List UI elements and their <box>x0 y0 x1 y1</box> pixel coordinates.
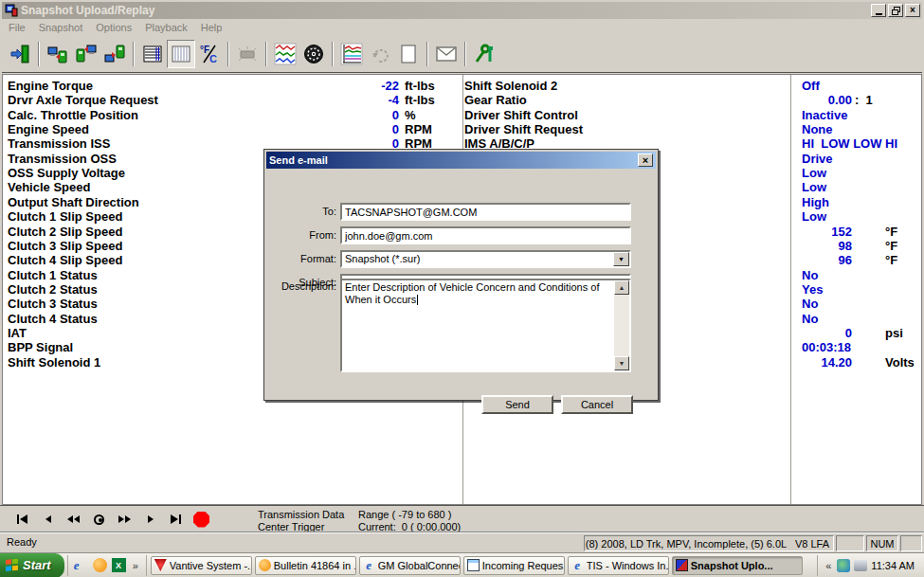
data-row: Calc. Throttle Position0%Driver Shift Co… <box>3 108 921 122</box>
param-name: Engine Speed <box>8 122 89 136</box>
send-button[interactable]: Send <box>481 395 553 414</box>
module-download-icon[interactable] <box>100 40 129 68</box>
hardware-tray-icon[interactable] <box>854 560 867 571</box>
chevron-down-icon[interactable]: ▼ <box>613 252 629 266</box>
task-label: TIS - Windows In... <box>587 560 668 571</box>
setup-tools-icon[interactable] <box>470 40 498 68</box>
taskbar-task[interactable]: Snapshot Uplo... <box>672 556 803 575</box>
network-tray-icon[interactable] <box>837 559 850 572</box>
app-icon <box>5 4 18 17</box>
param-value: 152 <box>797 225 852 239</box>
task-label: Incoming Reques... <box>482 560 564 571</box>
menu-snapshot[interactable]: Snapshot <box>32 20 89 35</box>
center-trigger-button[interactable] <box>86 510 112 529</box>
restore-button[interactable] <box>888 4 903 17</box>
param-value: Drive <box>802 152 833 166</box>
playback-controls <box>9 506 214 532</box>
taskbar-tasks: Vantive System -...Bulletin 41864 in ...… <box>147 556 817 575</box>
exit-icon[interactable] <box>6 40 34 68</box>
num-lock-panel: NUM <box>866 535 898 551</box>
step-back-button[interactable] <box>35 510 61 529</box>
column-view-icon[interactable] <box>167 40 195 68</box>
param-name: Transmission ISS <box>8 136 110 151</box>
spreadsheet-icon[interactable] <box>112 558 126 572</box>
upload-snapshot-icon[interactable] <box>44 40 72 68</box>
status-bar: Ready (8) 2008, LD Trk, MPV, Incomplete,… <box>0 532 924 552</box>
menu-file[interactable]: File <box>2 20 32 35</box>
blank-page-icon[interactable] <box>394 40 423 68</box>
range-info: Range ( -79 to 680 )Current: 0 ( 0:00.00… <box>358 509 461 533</box>
param-name: Clutch 2 Status <box>8 282 98 297</box>
format-select[interactable]: Snapshot (*.sur) ▼ <box>340 250 631 268</box>
rewind-button[interactable] <box>61 510 86 529</box>
row-view-icon[interactable] <box>138 40 167 68</box>
param-name: BPP Signal <box>8 340 73 354</box>
to-input[interactable] <box>340 203 631 221</box>
menu-help[interactable]: Help <box>194 20 229 35</box>
gauge-view-icon[interactable] <box>299 40 328 68</box>
restore-icon <box>892 7 900 15</box>
param-name: Drvr Axle Torque Request <box>8 93 158 107</box>
vehicle-info-panel: (8) 2008, LD Trk, MPV, Incomplete, (5) 6… <box>584 535 834 551</box>
text-caret <box>417 295 418 305</box>
description-textarea[interactable]: Enter Description of Vehicle Concern and… <box>340 279 631 372</box>
first-frame-button[interactable] <box>9 510 35 529</box>
module-transfer-icon[interactable] <box>72 40 100 68</box>
play-button[interactable] <box>137 510 163 529</box>
status-panel <box>900 535 922 551</box>
orange-app-icon[interactable] <box>93 558 107 572</box>
dialog-titlebar[interactable]: Send e-mail × <box>266 152 656 169</box>
tray-chevron-icon[interactable]: « <box>824 560 833 571</box>
taskbar-task[interactable]: Vantive System -... <box>151 556 252 575</box>
overflow-chevron-icon[interactable]: » <box>131 560 140 571</box>
strip-chart-icon[interactable] <box>271 40 299 68</box>
menu-options[interactable]: Options <box>89 20 138 35</box>
scroll-up-icon[interactable]: ▲ <box>614 280 629 295</box>
fast-forward-button[interactable] <box>112 510 137 529</box>
param-value: Yes <box>802 282 823 297</box>
vehicle-info: (8) 2008, LD Trk, MPV, Incomplete, (5) 6… <box>586 538 829 550</box>
param-value: None <box>802 122 833 136</box>
toolbar-separator <box>426 42 428 66</box>
param-name: Vehicle Speed <box>8 180 90 194</box>
menu-playback[interactable]: Playback <box>138 20 194 35</box>
taskbar-task[interactable]: TIS - Windows In... <box>568 556 669 575</box>
data-row: Engine Speed0RPMDriver Shift RequestNone <box>3 122 921 136</box>
param-name: Clutch 4 Slip Speed <box>8 253 122 267</box>
task-label: Vantive System -... <box>170 560 251 571</box>
data-row: Engine Torque-22ft-lbsShift Solenoid 2Of… <box>3 79 921 93</box>
last-frame-button[interactable] <box>163 510 189 529</box>
start-button[interactable]: Start <box>0 553 64 577</box>
cancel-button[interactable]: Cancel <box>561 395 633 414</box>
taskbar-task[interactable]: GM GlobalConnec... <box>359 556 461 575</box>
stop-record-button[interactable] <box>189 510 214 529</box>
taskbar-task[interactable]: Bulletin 41864 in ... <box>255 556 356 575</box>
toolbar-separator <box>227 42 229 66</box>
toolbar-separator <box>133 42 135 66</box>
status-panel <box>836 535 864 551</box>
scroll-down-icon[interactable]: ▼ <box>614 356 629 370</box>
ie-icon <box>363 559 375 571</box>
window-titlebar[interactable]: Snapshot Upload/Replay × <box>2 2 922 19</box>
temperature-units-icon[interactable]: °FC <box>195 40 224 68</box>
send-email-icon[interactable] <box>432 40 461 68</box>
system-tray: « 11:34 AM <box>817 555 922 576</box>
svg-text:°F: °F <box>200 45 209 55</box>
param-name: Gear Ratio <box>464 93 527 107</box>
dialog-title: Send e-mail <box>269 154 638 166</box>
minimize-button[interactable] <box>871 4 886 17</box>
param-unit: RPM <box>405 122 432 136</box>
close-button[interactable]: × <box>905 4 920 17</box>
param-name: Driver Shift Request <box>464 122 583 136</box>
param-value: Low <box>802 209 826 224</box>
textarea-scrollbar[interactable]: ▲ ▼ <box>614 280 629 370</box>
from-input[interactable] <box>340 226 631 244</box>
dialog-close-button[interactable]: × <box>638 153 653 167</box>
param-name: Driver Shift Control <box>464 108 578 122</box>
ie-icon[interactable] <box>74 558 88 572</box>
minimize-icon <box>876 13 882 15</box>
param-name: IAT <box>8 326 27 340</box>
taskbar-task[interactable]: Incoming Reques... <box>463 556 565 575</box>
param-unit: : 1 <box>855 93 873 107</box>
line-graph-icon[interactable] <box>337 40 366 68</box>
